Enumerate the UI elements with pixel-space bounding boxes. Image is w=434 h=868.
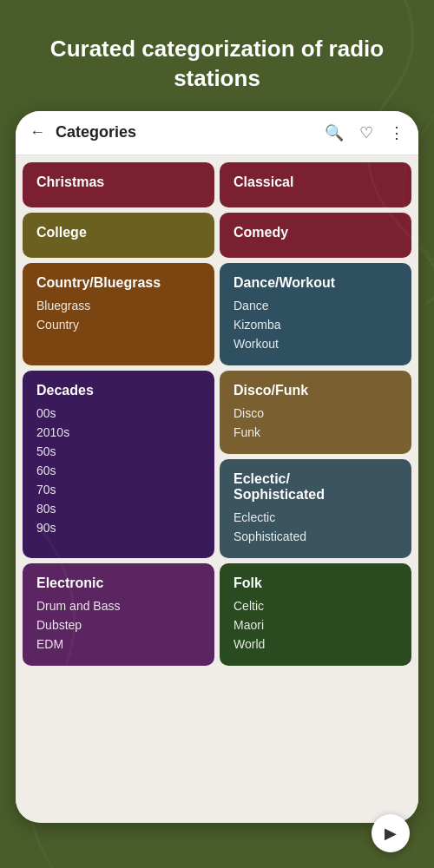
category-label: Eclectic/Sophisticated bbox=[233, 471, 398, 503]
category-label: Comedy bbox=[233, 225, 398, 240]
category-label: Country/Bluegrass bbox=[36, 275, 201, 291]
subcategory-maori[interactable]: Maori bbox=[233, 615, 398, 635]
category-label: Disco/Funk bbox=[233, 383, 398, 398]
app-header: ← Categories 🔍 ♡ ⋮ bbox=[16, 111, 418, 155]
subcategory-edm[interactable]: EDM bbox=[36, 635, 201, 654]
category-label: Decades bbox=[36, 383, 201, 398]
category-country-bluegrass[interactable]: Country/Bluegrass Bluegrass Country bbox=[23, 263, 214, 365]
category-classical[interactable]: Classical bbox=[220, 162, 411, 207]
category-folk[interactable]: Folk Celtic Maori World bbox=[220, 563, 411, 666]
subcategory-eclectic[interactable]: Eclectic bbox=[233, 508, 398, 527]
category-label: Electronic bbox=[36, 575, 201, 591]
subcategory-90s[interactable]: 90s bbox=[36, 518, 201, 537]
subcategory-00s[interactable]: 00s bbox=[36, 404, 201, 423]
category-college[interactable]: College bbox=[23, 213, 214, 258]
subcategory-70s[interactable]: 70s bbox=[36, 480, 201, 499]
page-headline: Curated categorization of radio stations bbox=[0, 0, 434, 111]
category-label: Folk bbox=[233, 575, 398, 591]
subcategory-funk[interactable]: Funk bbox=[233, 423, 398, 442]
subcategory-bluegrass[interactable]: Bluegrass bbox=[36, 296, 201, 315]
subcategory-celtic[interactable]: Celtic bbox=[233, 596, 398, 615]
category-label: Classical bbox=[233, 174, 398, 190]
subcategory-60s[interactable]: 60s bbox=[36, 461, 201, 480]
more-options-icon[interactable]: ⋮ bbox=[389, 123, 404, 142]
category-decades[interactable]: Decades 00s 2010s 50s 60s 70s 80s 90s bbox=[23, 371, 214, 558]
back-button[interactable]: ← bbox=[30, 123, 45, 141]
play-icon: ▶ bbox=[385, 824, 397, 843]
subcategory-50s[interactable]: 50s bbox=[36, 442, 201, 461]
category-christmas[interactable]: Christmas bbox=[23, 162, 214, 207]
categories-list: Christmas Classical College Comedy Count… bbox=[16, 155, 418, 820]
play-fab[interactable]: ▶ bbox=[372, 814, 410, 852]
category-label: Dance/Workout bbox=[233, 275, 398, 291]
subcategory-workout[interactable]: Workout bbox=[233, 334, 398, 353]
subcategory-disco[interactable]: Disco bbox=[233, 404, 398, 423]
screen-title: Categories bbox=[56, 123, 325, 141]
subcategory-80s[interactable]: 80s bbox=[36, 499, 201, 518]
subcategory-sophisticated[interactable]: Sophisticated bbox=[233, 527, 398, 546]
category-label: College bbox=[36, 225, 201, 240]
search-icon[interactable]: 🔍 bbox=[325, 123, 344, 142]
category-dance-workout[interactable]: Dance/Workout Dance Kizomba Workout bbox=[220, 263, 411, 365]
subcategory-2010s[interactable]: 2010s bbox=[36, 423, 201, 442]
category-eclectic[interactable]: Eclectic/Sophisticated Eclectic Sophisti… bbox=[220, 459, 411, 558]
header-action-icons: 🔍 ♡ ⋮ bbox=[325, 123, 404, 142]
subcategory-dance[interactable]: Dance bbox=[233, 296, 398, 315]
category-electronic[interactable]: Electronic Drum and Bass Dubstep EDM bbox=[23, 563, 214, 666]
category-comedy[interactable]: Comedy bbox=[220, 213, 411, 258]
category-disco-funk[interactable]: Disco/Funk Disco Funk bbox=[220, 371, 411, 454]
subcategory-drum-and-bass[interactable]: Drum and Bass bbox=[36, 596, 201, 615]
categories-grid: Christmas Classical College Comedy Count… bbox=[23, 162, 411, 666]
favorites-icon[interactable]: ♡ bbox=[359, 123, 373, 142]
subcategory-kizomba[interactable]: Kizomba bbox=[233, 315, 398, 334]
subcategory-dubstep[interactable]: Dubstep bbox=[36, 615, 201, 635]
category-label: Christmas bbox=[36, 174, 201, 190]
subcategory-country[interactable]: Country bbox=[36, 315, 201, 334]
subcategory-world[interactable]: World bbox=[233, 635, 398, 654]
phone-frame: ← Categories 🔍 ♡ ⋮ Christmas Classical C… bbox=[16, 111, 418, 823]
